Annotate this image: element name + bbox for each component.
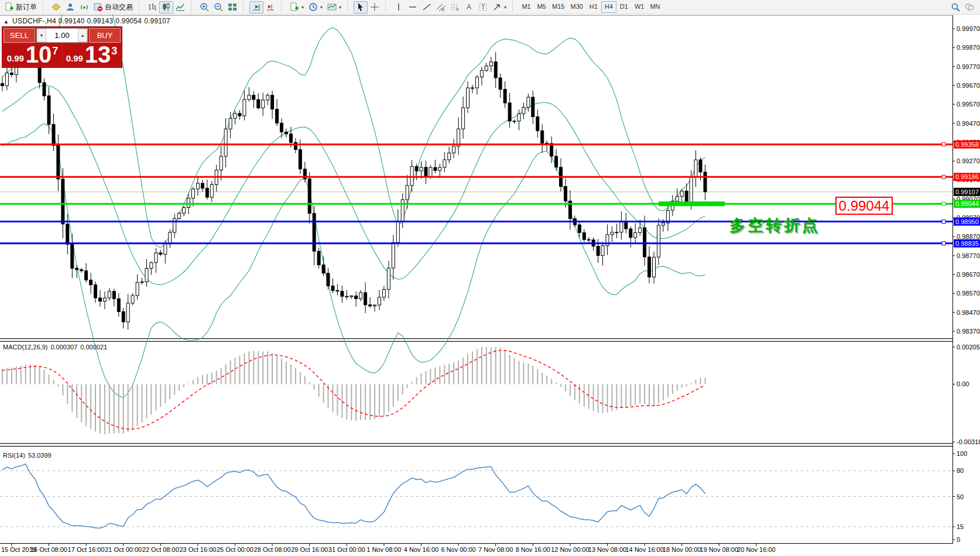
- dropdown-caret-icon: ▾: [320, 5, 323, 10]
- chart-canvas[interactable]: 0.999700.998700.997700.996700.995700.994…: [0, 0, 980, 556]
- svg-text:0.98670: 0.98670: [957, 271, 980, 278]
- crosshair-button[interactable]: [368, 1, 382, 13]
- rsi-value: 53.0399: [28, 452, 52, 459]
- signals-button[interactable]: [77, 1, 91, 13]
- timeframe-button-m1[interactable]: M1: [519, 1, 534, 13]
- buy-price[interactable]: 0.99 13 3: [63, 44, 121, 66]
- clock-icon: [309, 2, 318, 12]
- candlestick-chart-icon: [162, 2, 171, 12]
- svg-text:0.99186: 0.99186: [955, 173, 979, 180]
- horizontal-line-button[interactable]: [406, 1, 420, 13]
- metaeditor-button[interactable]: [49, 1, 63, 13]
- buy-price-small: 0.99: [66, 53, 83, 63]
- autotrading-button[interactable]: 自动交易: [91, 1, 135, 13]
- timeframe-button-h1[interactable]: H1: [586, 1, 601, 13]
- bar-chart-button[interactable]: [145, 1, 159, 13]
- buy-button[interactable]: BUY: [89, 28, 121, 43]
- svg-text:0.98470: 0.98470: [957, 309, 980, 316]
- svg-text:100: 100: [957, 450, 967, 457]
- line-chart-button[interactable]: [173, 1, 187, 13]
- arrows-button[interactable]: ▾: [490, 1, 509, 13]
- autoscroll-button[interactable]: [249, 1, 263, 13]
- vertical-line-button[interactable]: [392, 1, 406, 13]
- zoom-out-icon: [214, 2, 223, 12]
- timeframe-group: M1M5M15M30H1H4D1W1MN: [519, 1, 663, 13]
- sell-price[interactable]: 0.99 10 7: [4, 44, 61, 66]
- arrows-icon: [492, 2, 502, 12]
- volume-increase-button[interactable]: ▲: [78, 29, 87, 42]
- svg-text:0: 0: [957, 536, 960, 543]
- timeframe-button-d1[interactable]: D1: [616, 1, 632, 13]
- periods-button[interactable]: ▾: [306, 1, 325, 13]
- symbol-ohlc-header: ▲USDCHF-,H40.991400.991430.990540.99107: [4, 17, 173, 25]
- zoom-in-button[interactable]: [197, 1, 211, 13]
- equidistant-channel-button[interactable]: E: [434, 1, 448, 13]
- toolbar-separator: [385, 2, 389, 12]
- ohlc-low: 0.99054: [115, 17, 142, 25]
- indicators-button[interactable]: ▾: [287, 1, 306, 13]
- indicators-icon: [290, 2, 299, 12]
- buy-price-big: 13: [85, 44, 111, 64]
- svg-text:22 Oct 08:00: 22 Oct 08:00: [142, 546, 179, 553]
- volume-decrease-button[interactable]: ▼: [37, 29, 46, 42]
- search-icon[interactable]: [951, 2, 960, 12]
- svg-text:18 Nov 00:00: 18 Nov 00:00: [663, 546, 701, 553]
- svg-text:0.98770: 0.98770: [957, 252, 980, 259]
- mt4-window: 新订单 自动交易: [0, 0, 980, 556]
- timeframe-button-h4[interactable]: H4: [601, 1, 616, 13]
- svg-text:7 Nov 08:00: 7 Nov 08:00: [478, 546, 513, 553]
- autoscroll-icon: [252, 2, 261, 12]
- chat-icon[interactable]: [965, 2, 974, 12]
- text-button[interactable]: A: [462, 1, 476, 13]
- svg-text:28 Oct 08:00: 28 Oct 08:00: [254, 546, 291, 553]
- fibonacci-button[interactable]: F: [448, 1, 462, 13]
- trendline-button[interactable]: [420, 1, 434, 13]
- timeframe-button-mn[interactable]: MN: [647, 1, 663, 13]
- svg-text:0.99044: 0.99044: [955, 200, 979, 207]
- svg-text:25 Oct 00:00: 25 Oct 00:00: [217, 546, 253, 553]
- chart-shift-button[interactable]: [263, 1, 277, 13]
- candlestick-chart-button[interactable]: [159, 1, 173, 13]
- timeframe-button-w1[interactable]: W1: [632, 1, 647, 13]
- svg-text:17 Oct 16:00: 17 Oct 16:00: [68, 546, 105, 553]
- macd-value-2: 0.000021: [80, 344, 107, 351]
- svg-text:0.99270: 0.99270: [957, 157, 980, 164]
- cursor-icon: [356, 2, 365, 12]
- macd-indicator-label: MACD(12,26,9)0.0003070.000021: [3, 344, 110, 351]
- new-order-icon: [5, 2, 14, 12]
- tile-windows-icon: [228, 2, 237, 12]
- community-icon: [66, 2, 75, 12]
- toolbar-separator: [191, 2, 195, 12]
- svg-text:T: T: [481, 4, 485, 11]
- svg-text:-0.003187: -0.003187: [957, 438, 980, 445]
- timeframe-button-m30[interactable]: M30: [567, 1, 585, 13]
- svg-text:8 Nov 16:00: 8 Nov 16:00: [516, 546, 550, 553]
- sell-button[interactable]: SELL: [4, 28, 35, 43]
- tile-windows-button[interactable]: [225, 1, 239, 13]
- community-button[interactable]: [63, 1, 77, 13]
- sell-price-small: 0.99: [7, 53, 24, 63]
- toolbar-separator: [43, 2, 47, 12]
- cursor-button[interactable]: [354, 1, 368, 13]
- svg-text:14 Nov 16:00: 14 Nov 16:00: [625, 546, 663, 553]
- timeframe-button-m5[interactable]: M5: [534, 1, 549, 13]
- timeframe-button-m15[interactable]: M15: [549, 1, 567, 13]
- svg-text:0.99970: 0.99970: [957, 25, 980, 32]
- volume-value[interactable]: 1.00: [46, 29, 78, 42]
- turning-point-annotation[interactable]: 多空转折点: [729, 215, 820, 236]
- price-annotation-box[interactable]: 0.99044: [835, 197, 893, 215]
- new-order-button[interactable]: 新订单: [2, 1, 39, 13]
- svg-text:50: 50: [957, 493, 964, 500]
- templates-button[interactable]: ▾: [325, 1, 344, 13]
- svg-text:A: A: [467, 3, 471, 11]
- symbol-name: USDCHF-,H4: [12, 17, 56, 25]
- svg-text:0.98950: 0.98950: [955, 218, 979, 225]
- svg-text:0.99670: 0.99670: [957, 82, 980, 89]
- macd-value-1: 0.000307: [50, 344, 77, 351]
- zoom-out-button[interactable]: [211, 1, 225, 13]
- text-label-button[interactable]: T: [476, 1, 490, 13]
- svg-text:19 Nov 08:00: 19 Nov 08:00: [700, 546, 738, 553]
- svg-text:0.99358: 0.99358: [955, 141, 979, 148]
- svg-text:0.002052: 0.002052: [957, 344, 980, 351]
- expand-arrow-icon[interactable]: ▲: [4, 19, 9, 25]
